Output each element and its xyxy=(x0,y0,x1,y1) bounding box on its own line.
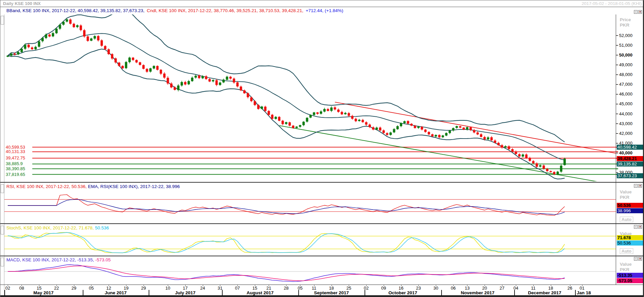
day-tick-label: 11 xyxy=(312,286,316,291)
restore-icon[interactable]: ▫ xyxy=(634,225,638,229)
restore-icon[interactable]: ▫ xyxy=(634,257,638,261)
resistance-level-label: 40,131.33 xyxy=(6,149,25,154)
restore-icon[interactable]: ▫ xyxy=(634,10,638,14)
macd-layer xyxy=(4,265,616,282)
macd-pane-handle[interactable] xyxy=(1,258,4,266)
day-tick-label: 21 xyxy=(266,286,271,291)
macd-axis-title-line1: Value xyxy=(620,262,632,267)
day-tick-label: 07 xyxy=(235,286,240,291)
day-tick-label: 25 xyxy=(346,286,351,291)
macd-legend[interactable]: MACD, KSE 100 INX, 2017-12-22, -513.35, … xyxy=(6,257,111,262)
day-tick-label: 06 xyxy=(451,286,456,291)
macd-axis-title-line2: PKR xyxy=(620,267,632,272)
close-icon[interactable]: ✕ xyxy=(638,225,642,229)
price-value-box: 40,598.42 xyxy=(617,145,644,150)
trendlines[interactable] xyxy=(279,102,616,185)
day-tick-label: 27 xyxy=(499,286,504,291)
pane-separator-1[interactable] xyxy=(0,182,644,183)
rsi-pane-buttons: ▫ ✕ xyxy=(634,184,642,188)
month-label: July 2017 xyxy=(175,290,195,295)
day-tick-label: 09 xyxy=(381,286,386,291)
day-tick-label: 30 xyxy=(433,286,438,291)
stoch-legend[interactable]: StochS, KSE 100 INX, 2017-12-22, 71.678,… xyxy=(6,225,109,230)
day-tick-label: 10 xyxy=(165,286,170,291)
pane-separator-3[interactable] xyxy=(0,256,644,256)
price-tick-label: 42,000 xyxy=(619,131,633,136)
month-label: Jan 18 xyxy=(577,290,591,295)
rsi-legend-ema[interactable]: EMA, RSI(KSE 100 INX), 2017-12-22, 38.99… xyxy=(88,184,180,189)
month-label: May 2017 xyxy=(33,290,53,295)
stoch-pane-handle[interactable] xyxy=(1,226,4,234)
day-tick-label: 22 xyxy=(54,286,59,291)
price-tick-label: 47,000 xyxy=(619,82,633,87)
day-tick-label: 08 xyxy=(19,286,24,291)
month-label: December 2017 xyxy=(528,290,561,295)
rsi-pane-handle[interactable] xyxy=(1,184,4,193)
price-value-box: 39,135.82 xyxy=(617,161,644,166)
macd-value-box: -573.05 xyxy=(617,278,644,283)
day-tick-label: 29 xyxy=(71,286,76,291)
chart-window: Daily KSE 100 INX 2017-05-02 - 2018-01-0… xyxy=(0,0,644,297)
price-tick-label: 46,000 xyxy=(619,91,633,97)
day-tick-label: 29 xyxy=(141,286,146,291)
day-tick-label: 17 xyxy=(183,286,188,291)
day-tick-label: 13 xyxy=(465,286,469,291)
day-tick-label: 05 xyxy=(298,286,302,291)
day-tick-label: 15 xyxy=(37,286,41,291)
bottom-border xyxy=(0,295,644,297)
restore-icon[interactable]: ▫ xyxy=(634,184,638,188)
month-label: November 2017 xyxy=(461,290,494,295)
day-tick-label: 28 xyxy=(284,286,289,291)
rsi-axis-title-line2: PKR xyxy=(620,195,632,200)
macd-pane-buttons: ▫ ✕ xyxy=(634,257,642,261)
day-tick-label: 19 xyxy=(124,286,128,291)
main-pane-handle[interactable] xyxy=(1,16,4,25)
day-tick-label: 26 xyxy=(567,286,572,291)
rsi-value-box: 50.536 xyxy=(617,203,644,208)
stoch-legend-d[interactable]: 50.536 xyxy=(95,225,109,230)
day-tick-label: 12 xyxy=(106,286,111,291)
chart-canvas[interactable] xyxy=(0,0,644,297)
support-level-label: 38,885.9 xyxy=(6,161,23,166)
close-icon[interactable]: ✕ xyxy=(638,10,642,14)
rsi-auto-scale-button[interactable]: Auto xyxy=(620,217,633,222)
rsi-axis-title: Value PKR xyxy=(620,189,632,200)
rsi-legend[interactable]: RSI, KSE 100 INX, 2017-12-22, 50.536, EM… xyxy=(6,184,180,189)
plot-left-border xyxy=(4,14,4,296)
day-tick-label: 24 xyxy=(200,286,205,291)
bollinger-bands xyxy=(8,10,565,179)
price-value-box: 39,428.21 xyxy=(617,156,644,161)
close-icon[interactable]: ✕ xyxy=(638,184,642,188)
macd-legend-main[interactable]: MACD, KSE 100 INX, 2017-12-22, -513.35, xyxy=(6,257,94,262)
day-tick-label: 11 xyxy=(531,286,536,291)
rsi-legend-main[interactable]: RSI, KSE 100 INX, 2017-12-22, 50.536, xyxy=(6,184,87,189)
day-tick-label: 16 xyxy=(399,286,403,291)
rsi-layer xyxy=(4,195,616,216)
resistance-level-label: 39,472.75 xyxy=(6,155,25,160)
month-label: June 2017 xyxy=(105,290,126,295)
price-tick-label: 50,000 xyxy=(619,52,633,58)
macd-legend-signal[interactable]: -573.05 xyxy=(95,257,111,262)
close-icon[interactable]: ✕ xyxy=(638,257,642,261)
day-tick-label: 05 xyxy=(89,286,93,291)
stoch-legend-main[interactable]: StochS, KSE 100 INX, 2017-12-22, 71.678, xyxy=(6,225,94,230)
day-tick-label: 23 xyxy=(416,286,421,291)
value-axis-separator[interactable] xyxy=(616,14,616,285)
price-tick-label: 43,000 xyxy=(619,121,633,126)
price-tick-label: 45,000 xyxy=(619,101,633,106)
day-tick-label: 15 xyxy=(253,286,257,291)
day-tick-label: 02 xyxy=(5,286,10,291)
support-resistance-lines xyxy=(32,147,616,175)
day-tick-label: 01 xyxy=(580,286,584,291)
stoch-auto-scale-button[interactable]: Auto xyxy=(620,248,633,254)
support-level-label: 38,390.85 xyxy=(6,166,25,171)
macd-value-box: -513.35 xyxy=(617,273,644,278)
price-value-box: 37,673.23 xyxy=(617,173,644,178)
day-tick-label: 18 xyxy=(329,286,334,291)
price-tick-label: 51,000 xyxy=(619,43,633,48)
pane-separator-2[interactable] xyxy=(0,223,644,224)
price-tick-label: 52,000 xyxy=(619,33,633,38)
price-axis-title-line2: PKR xyxy=(620,23,631,28)
stoch-pane-buttons: ▫ ✕ xyxy=(634,225,642,229)
day-tick-label: 04 xyxy=(514,286,518,291)
